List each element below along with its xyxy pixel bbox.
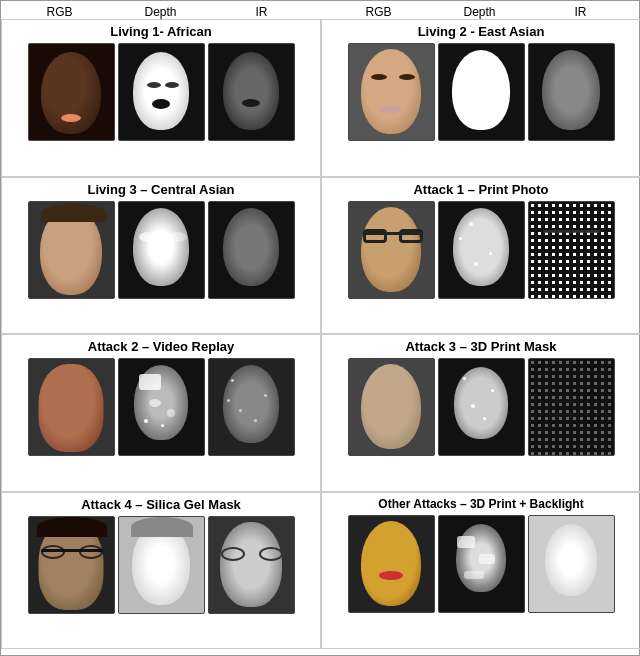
panel-title-attack-3d-print-mask: Attack 3 – 3D Print Mask [405, 339, 556, 354]
panel-title-living-african: Living 1- African [110, 24, 211, 39]
ir-living-east-asian [528, 43, 615, 141]
panel-attack-video-replay: Attack 2 – Video Replay [1, 334, 321, 492]
ir-living-african [208, 43, 295, 141]
panel-other-attacks-backlight: Other Attacks – 3D Print + Backlight [321, 492, 640, 650]
rgb-living-central-asian [28, 201, 115, 299]
right-ir-label: IR [537, 5, 625, 19]
panel-title-attack-video-replay: Attack 2 – Video Replay [88, 339, 234, 354]
panel-living-african: Living 1- African [1, 19, 321, 177]
panel-living-east-asian: Living 2 - East Asian [321, 19, 640, 177]
ir-living-central-asian [208, 201, 295, 299]
depth-living-african [118, 43, 205, 141]
rgb-other-attacks-backlight [348, 515, 435, 613]
right-depth-label: Depth [436, 5, 524, 19]
rgb-living-african [28, 43, 115, 141]
left-rgb-label: RGB [16, 5, 104, 19]
depth-attack-print-photo [438, 201, 525, 299]
panel-attack-silica-gel: Attack 4 – Silica Gel Mask [1, 492, 321, 650]
depth-other-attacks-backlight [438, 515, 525, 613]
panel-title-attack-print-photo: Attack 1 – Print Photo [413, 182, 548, 197]
depth-attack-video-replay [118, 358, 205, 456]
ir-attack-3d-print-mask [528, 358, 615, 456]
rgb-attack-video-replay [28, 358, 115, 456]
rgb-attack-print-photo [348, 201, 435, 299]
rgb-attack-3d-print-mask [348, 358, 435, 456]
left-ir-label: IR [218, 5, 306, 19]
depth-living-east-asian [438, 43, 525, 141]
rgb-living-east-asian [348, 43, 435, 141]
panel-attack-print-photo: Attack 1 – Print Photo [321, 177, 640, 335]
panel-title-living-east-asian: Living 2 - East Asian [418, 24, 545, 39]
ir-attack-print-photo [528, 201, 615, 299]
rgb-attack-silica-gel [28, 516, 115, 614]
panel-attack-3d-print-mask: Attack 3 – 3D Print Mask [321, 334, 640, 492]
ir-attack-silica-gel [208, 516, 295, 614]
ir-attack-video-replay [208, 358, 295, 456]
panel-title-living-central-asian: Living 3 – Central Asian [88, 182, 235, 197]
depth-attack-3d-print-mask [438, 358, 525, 456]
depth-attack-silica-gel [118, 516, 205, 614]
ir-other-attacks-backlight [528, 515, 615, 613]
left-depth-label: Depth [117, 5, 205, 19]
depth-living-central-asian [118, 201, 205, 299]
panel-living-central-asian: Living 3 – Central Asian [1, 177, 321, 335]
panel-title-other-attacks-backlight: Other Attacks – 3D Print + Backlight [378, 497, 583, 511]
right-rgb-label: RGB [335, 5, 423, 19]
panel-title-attack-silica-gel: Attack 4 – Silica Gel Mask [81, 497, 241, 512]
